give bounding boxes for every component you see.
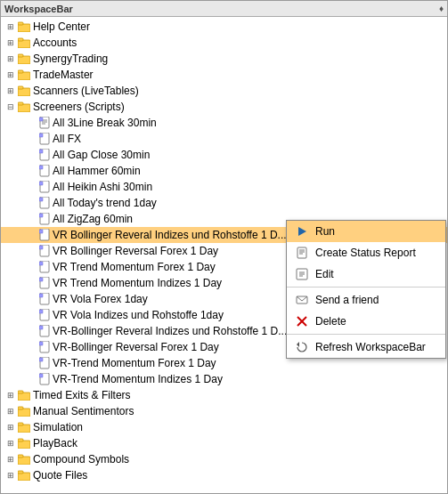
- tree-item-manual-sentimentors[interactable]: ⊞ Manual Sentimentors: [1, 403, 447, 419]
- tree-item-script1[interactable]: All 3Line Break 30min: [1, 115, 447, 131]
- svg-rect-36: [39, 278, 43, 281]
- script-icon: [38, 357, 51, 369]
- tree-item-simulation[interactable]: ⊞ Simulation: [1, 419, 447, 435]
- tree-item-quote-files[interactable]: ⊞ Quote Files: [1, 467, 447, 483]
- script-icon: [38, 309, 51, 321]
- tree-item-scanners[interactable]: ⊞ Scanners (LiveTables): [1, 83, 447, 99]
- svg-rect-44: [39, 342, 43, 345]
- expand-icon: ⊞: [4, 85, 17, 97]
- tree-item-script6[interactable]: All Today's trend 1day: [1, 195, 447, 211]
- tree-label-screeners: Screeners (Scripts): [33, 101, 447, 113]
- tree-label-script16: VR-Trend Momentum Forex 1 Day: [53, 357, 447, 369]
- tree-item-script3[interactable]: All Gap Close 30min: [1, 147, 447, 163]
- tree-item-synergy[interactable]: ⊞ SynergyTrading: [1, 51, 447, 67]
- context-menu-edit-label: Edit: [315, 268, 334, 280]
- spacer: [26, 245, 38, 257]
- script-icon: [38, 197, 51, 209]
- spacer: [26, 293, 38, 305]
- script-icon: [38, 229, 51, 241]
- tree-item-script17[interactable]: VR-Trend Momentum Indizes 1 Day: [1, 371, 447, 387]
- svg-rect-9: [18, 86, 23, 89]
- spacer: [26, 165, 38, 177]
- tree-label-trademaster: TradeMaster: [33, 69, 447, 81]
- context-menu-separator2: [287, 334, 445, 335]
- svg-rect-26: [39, 198, 43, 201]
- tree-item-timed-exits[interactable]: ⊞ Timed Exits & Filters: [1, 387, 447, 403]
- svg-rect-20: [39, 150, 43, 153]
- run-icon: [294, 223, 310, 239]
- tree-item-playback[interactable]: ⊞ PlayBack: [1, 435, 447, 451]
- script-icon: [38, 117, 51, 129]
- tree-item-accounts[interactable]: ⊞ Accounts: [1, 35, 447, 51]
- workspace-panel: WorkspaceBar ♦ ⊞ Help Center ⊞: [0, 0, 448, 494]
- context-menu-create-status-report[interactable]: Create Status Report: [287, 242, 445, 263]
- expand-icon: ⊟: [4, 101, 17, 113]
- tree-label-script1: All 3Line Break 30min: [53, 117, 447, 129]
- folder-icon: [17, 69, 31, 81]
- spacer: [26, 229, 38, 241]
- tree-item-script5[interactable]: All Heikin Ashi 30min: [1, 179, 447, 195]
- svg-rect-50: [18, 391, 23, 393]
- edit-icon: [294, 266, 310, 282]
- svg-rect-7: [18, 70, 23, 73]
- tree-label-manual-sentimentors: Manual Sentimentors: [33, 405, 447, 417]
- folder-icon: [17, 469, 31, 482]
- script-icon: [38, 341, 51, 353]
- svg-rect-40: [39, 310, 43, 313]
- pin-button[interactable]: ♦: [439, 4, 444, 13]
- expand-icon: ⊞: [4, 469, 17, 482]
- tree-label-script2: All FX: [53, 133, 447, 145]
- spacer: [26, 309, 38, 321]
- context-menu-run[interactable]: Run: [287, 221, 445, 242]
- folder-icon: [17, 85, 31, 97]
- tree-item-compound-symbols[interactable]: ⊞ Compound Symbols: [1, 451, 447, 467]
- context-menu-delete-label: Delete: [315, 315, 346, 328]
- svg-rect-22: [39, 166, 43, 169]
- context-menu-separator1: [287, 287, 445, 287]
- script-icon: [38, 181, 51, 193]
- tree-label-accounts: Accounts: [33, 36, 447, 49]
- svg-rect-34: [39, 262, 43, 265]
- tree-label-script5: All Heikin Ashi 30min: [53, 181, 447, 193]
- context-menu-edit[interactable]: Edit: [287, 263, 445, 285]
- tree-item-trademaster[interactable]: ⊞ TradeMaster: [1, 67, 447, 83]
- expand-icon: ⊞: [4, 53, 17, 65]
- tree-item-script2[interactable]: All FX: [1, 131, 447, 147]
- tree-label-script6: All Today's trend 1day: [53, 197, 447, 209]
- folder-icon: [17, 405, 31, 417]
- tree-label-quote-files: Quote Files: [33, 469, 447, 482]
- tree-label-compound-symbols: Compound Symbols: [33, 453, 447, 466]
- expand-icon: ⊞: [4, 405, 17, 417]
- script-icon: [38, 165, 51, 177]
- svg-rect-32: [39, 246, 43, 249]
- folder-icon: [17, 36, 31, 49]
- tree-item-help-center[interactable]: ⊞ Help Center: [1, 19, 447, 35]
- tree-label-script3: All Gap Close 30min: [53, 149, 447, 161]
- spacer: [26, 341, 38, 353]
- tree-item-script4[interactable]: All Hammer 60min: [1, 163, 447, 179]
- spacer: [26, 213, 38, 225]
- tree-label-synergy: SynergyTrading: [33, 53, 447, 65]
- svg-rect-18: [39, 134, 43, 137]
- svg-rect-16: [39, 117, 43, 121]
- context-menu-refresh-label: Refresh WorkspaceBar: [315, 341, 426, 353]
- context-menu-delete[interactable]: Delete: [287, 311, 445, 332]
- script-icon: [38, 213, 51, 225]
- spacer: [26, 117, 38, 129]
- script-icon: [38, 261, 51, 273]
- svg-rect-5: [18, 54, 23, 57]
- context-menu-refresh[interactable]: Refresh WorkspaceBar: [287, 336, 445, 358]
- folder-icon: [17, 20, 31, 33]
- expand-icon: ⊞: [4, 36, 17, 49]
- tree-item-screeners[interactable]: ⊟ Screeners (Scripts): [1, 99, 447, 115]
- tree-label-script4: All Hammer 60min: [53, 165, 447, 177]
- expand-icon: ⊞: [4, 69, 17, 81]
- script-icon: [38, 133, 51, 145]
- report-icon: [294, 245, 310, 261]
- expand-icon: ⊞: [4, 389, 17, 401]
- tree-panel: ⊞ Help Center ⊞ Accoun: [1, 17, 447, 493]
- svg-rect-42: [39, 326, 43, 329]
- svg-rect-60: [18, 471, 23, 474]
- context-menu-send-friend[interactable]: Send a friend: [287, 289, 445, 311]
- spacer: [26, 261, 38, 273]
